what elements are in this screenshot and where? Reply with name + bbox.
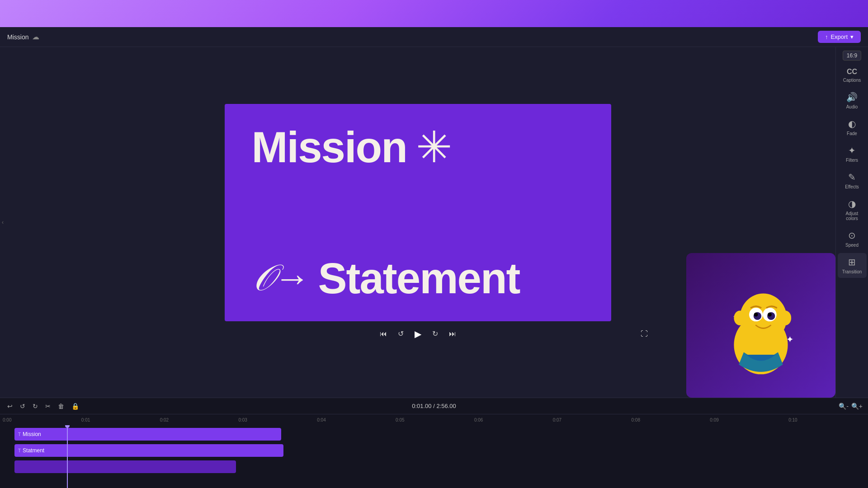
play-button[interactable]: ▶: [413, 327, 423, 341]
export-label: Export: [830, 33, 848, 40]
captions-icon: CC: [847, 68, 857, 76]
track-clip-statment[interactable]: T Statment: [14, 444, 283, 457]
canvas-mission-text: Mission: [252, 126, 407, 169]
cloud-icon: ☁: [32, 33, 39, 41]
right-sidebar: 16:9 CC Captions 🔊 Audio ◐ Fade ✦ Filter…: [835, 47, 868, 398]
zoom-out-button[interactable]: 🔍-: [839, 403, 849, 410]
timeline-wrapper: 0:00 0:01 0:02 0:03 0:04 0:05: [0, 414, 868, 488]
fade-icon: ◐: [848, 118, 856, 129]
ruler-mark-5: 0:05: [395, 418, 473, 422]
track-clip-3[interactable]: [14, 460, 236, 473]
ruler-mark-9: 0:09: [709, 418, 788, 422]
sidebar-item-fade[interactable]: ◐ Fade: [838, 115, 867, 140]
transition-label: Transition: [842, 269, 862, 274]
ratio-badge[interactable]: 16:9: [843, 51, 861, 61]
ruler-mark-6: 0:06: [473, 418, 552, 422]
time-display: 0:01.00 / 2:56.00: [412, 403, 456, 409]
svg-point-6: [754, 313, 758, 317]
playback-controls: ⏮ ↺ ▶ ↻ ⏭ ⛶: [378, 327, 458, 341]
mascot-overlay: ✦ ✦: [686, 253, 835, 398]
timeline-toolbar: ↩ ↺ ↻ ✂ 🗑 🔒 0:01.00 / 2:56.00 🔍- 🔍+: [0, 398, 868, 414]
track-label-mission: Mission: [23, 431, 41, 437]
effects-label: Effects: [845, 184, 859, 189]
canvas-asterisk: ✳: [416, 122, 452, 173]
undo-back-button[interactable]: ↩: [5, 402, 14, 411]
audio-icon: 🔊: [846, 92, 858, 103]
sidebar-item-filters[interactable]: ✦ Filters: [838, 141, 867, 166]
audio-label: Audio: [846, 104, 858, 109]
ruler-mark-8: 0:08: [631, 418, 709, 422]
delete-button[interactable]: 🗑: [56, 402, 66, 411]
timeline-ruler: 0:00 0:01 0:02 0:03 0:04 0:05: [0, 414, 868, 425]
adjust-colors-icon: ◑: [848, 198, 856, 209]
undo-button[interactable]: ↺: [18, 402, 27, 411]
skip-back-button[interactable]: ⏮: [378, 328, 389, 340]
mascot-character: ✦ ✦: [711, 267, 811, 384]
zoom-in-button[interactable]: 🔍+: [851, 403, 863, 410]
ruler-mark-4: 0:04: [316, 418, 395, 422]
filters-label: Filters: [846, 158, 858, 163]
sidebar-item-audio[interactable]: 🔊 Audio: [838, 88, 867, 113]
filters-icon: ✦: [848, 145, 856, 156]
header-row: Mission ☁ ↑ Export ▾: [0, 27, 868, 47]
sidebar-item-effects[interactable]: ✎ Effects: [838, 168, 867, 193]
canvas-top-text: Mission ✳: [252, 122, 452, 173]
ruler-mark-3: 0:03: [237, 418, 316, 422]
forward-button[interactable]: ↻: [430, 328, 440, 340]
svg-point-7: [768, 313, 772, 317]
canvas-statement-text: Statement: [318, 253, 519, 303]
timeline-tracks: T Mission T Statment: [0, 425, 868, 488]
svg-text:✦: ✦: [786, 334, 794, 344]
effects-icon: ✎: [848, 172, 856, 183]
lock-button[interactable]: 🔒: [70, 402, 81, 411]
sidebar-item-adjust-colors[interactable]: ◑ Adjustcolors: [838, 195, 867, 225]
cut-button[interactable]: ✂: [43, 402, 52, 411]
export-button[interactable]: ↑ Export ▾: [818, 31, 861, 43]
canvas-script-text: 𝒪→: [252, 258, 309, 299]
project-title: Mission: [7, 33, 28, 41]
upload-icon: ↑: [825, 33, 828, 40]
timeline-area: ↩ ↺ ↻ ✂ 🗑 🔒 0:01.00 / 2:56.00 🔍- 🔍+ 0:00: [0, 398, 868, 488]
chevron-down-icon: ▾: [850, 33, 854, 40]
top-bar: [0, 0, 868, 27]
track-row-1: T Mission: [2, 427, 866, 441]
fullscreen-button[interactable]: ⛶: [641, 330, 648, 338]
collapse-arrow[interactable]: ‹: [0, 217, 5, 227]
ruler-mark-1: 0:01: [80, 418, 159, 422]
fade-label: Fade: [847, 131, 857, 136]
track-icon-2: T: [18, 448, 21, 453]
playhead[interactable]: [67, 425, 68, 488]
ruler-mark-2: 0:02: [159, 418, 238, 422]
captions-label: Captions: [843, 78, 861, 83]
track-clip-mission[interactable]: T Mission: [14, 428, 281, 441]
track-label-statment: Statment: [23, 447, 44, 454]
svg-point-10: [734, 311, 745, 326]
svg-point-11: [779, 311, 791, 326]
ruler-mark-0: 0:00: [2, 418, 80, 422]
ruler-mark-7: 0:07: [552, 418, 631, 422]
speed-icon: ⊙: [848, 230, 856, 241]
track-icon-1: T: [18, 432, 21, 437]
speed-label: Speed: [845, 243, 859, 248]
skip-forward-button[interactable]: ⏭: [447, 328, 458, 340]
redo-button[interactable]: ↻: [31, 402, 40, 411]
track-row-2: T Statment: [2, 443, 866, 458]
rewind-button[interactable]: ↺: [396, 328, 406, 340]
transition-icon: ⊞: [848, 257, 856, 267]
ruler-mark-10: 0:10: [788, 418, 866, 422]
header-left: Mission ☁: [7, 33, 39, 41]
video-canvas: Mission ✳ 𝒪→ Statement: [225, 104, 611, 321]
track-row-3: [2, 460, 866, 474]
adjust-colors-label: Adjustcolors: [846, 211, 859, 221]
sidebar-item-captions[interactable]: CC Captions: [838, 64, 867, 86]
sidebar-item-speed[interactable]: ⊙ Speed: [838, 226, 867, 251]
zoom-controls: 🔍- 🔍+: [839, 403, 863, 410]
sidebar-item-transition[interactable]: ⊞ Transition: [838, 253, 867, 278]
canvas-bottom-text: 𝒪→ Statement: [252, 253, 520, 303]
